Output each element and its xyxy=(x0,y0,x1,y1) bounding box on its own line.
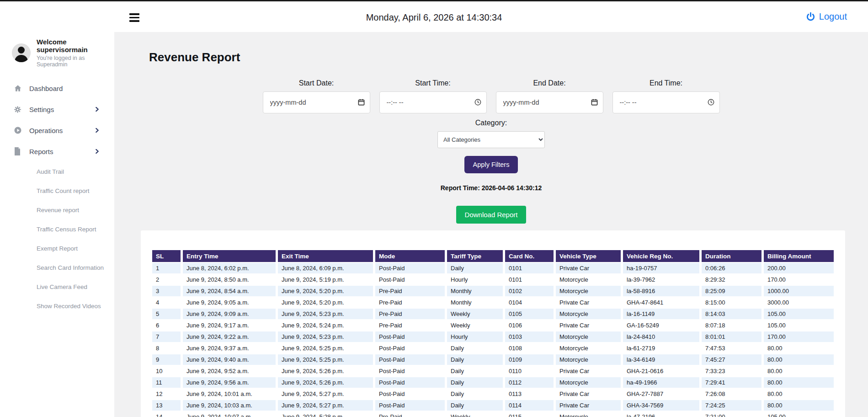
table-cell: 0105 xyxy=(505,309,554,319)
table-cell: Private Car xyxy=(556,297,621,308)
sidebar-subitem-live-camera-feed[interactable]: Live Camera Feed xyxy=(37,277,114,296)
table-row: 1June 8, 2024, 6:02 p.m.June 8, 2024, 6:… xyxy=(152,263,834,273)
table-cell: 0106 xyxy=(505,320,554,331)
table-cell: June 9, 2024, 9:56 a.m. xyxy=(183,377,276,388)
start-time-input[interactable] xyxy=(379,91,487,113)
chevron-right-icon xyxy=(95,149,100,154)
table-cell: 8:01:01 xyxy=(702,331,761,342)
revenue-table: SLEntry TimeExit TimeModeTariff TypeCard… xyxy=(150,249,836,417)
sidebar-item-label: Settings xyxy=(29,106,54,113)
sidebar-subitem-exempt-report[interactable]: Exempt Report xyxy=(37,239,114,258)
category-select[interactable]: All Categories xyxy=(437,131,545,148)
table-cell: 0109 xyxy=(505,354,554,365)
table-cell: 8 xyxy=(152,343,181,353)
table-cell: June 9, 2024, 5:19 p.m. xyxy=(278,274,373,285)
table-cell: 0103 xyxy=(505,331,554,342)
table-row: 2June 9, 2024, 8:50 a.m.June 9, 2024, 5:… xyxy=(152,274,834,285)
table-cell: Daily xyxy=(447,354,503,365)
table-cell: Post-Paid xyxy=(375,400,445,411)
sidebar-subitem-show-recorded-videos[interactable]: Show Recorded Videos xyxy=(37,296,114,315)
table-cell: June 8, 2024, 6:09 p.m. xyxy=(278,263,373,273)
table-cell: Motorcycle xyxy=(556,412,621,417)
table-cell: 80.00 xyxy=(764,366,834,376)
sidebar-subitem-traffic-census-report[interactable]: Traffic Census Report xyxy=(37,219,114,239)
table-cell: Motorcycle xyxy=(556,286,621,296)
table-cell: 10 xyxy=(152,366,181,376)
table-cell: June 9, 2024, 9:17 a.m. xyxy=(183,320,276,331)
table-cell: 0110 xyxy=(505,366,554,376)
sidebar-item-label: Operations xyxy=(29,127,63,134)
table-cell: 7:47:53 xyxy=(702,343,761,353)
sidebar-subitem-traffic-count-report[interactable]: Traffic Count report xyxy=(37,181,114,200)
table-cell: June 9, 2024, 9:40 a.m. xyxy=(183,354,276,365)
table-card: SLEntry TimeExit TimeModeTariff TypeCard… xyxy=(141,230,845,417)
table-cell: 105.00 xyxy=(764,320,834,331)
table-cell: June 9, 2024, 5:26 p.m. xyxy=(278,366,373,376)
table-row: 3June 9, 2024, 8:54 a.m.June 9, 2024, 5:… xyxy=(152,286,834,296)
column-header: Card No. xyxy=(505,250,554,262)
table-cell: Post-Paid xyxy=(375,354,445,365)
table-cell: June 9, 2024, 8:54 a.m. xyxy=(183,286,276,296)
sidebar-item-settings[interactable]: Settings xyxy=(0,99,114,120)
end-time-input[interactable] xyxy=(612,91,720,113)
table-cell: June 9, 2024, 5:20 p.m. xyxy=(278,286,373,296)
table-cell: Post-Paid xyxy=(375,331,445,342)
sidebar-subitem-audit-trail[interactable]: Audit Trail xyxy=(37,162,114,181)
table-cell: June 9, 2024, 5:26 p.m. xyxy=(278,377,373,388)
table-row: 5June 9, 2024, 9:09 a.m.June 9, 2024, 5:… xyxy=(152,309,834,319)
sidebar-item-label: Dashboard xyxy=(29,85,63,92)
column-header: Billing Amount xyxy=(764,250,834,262)
table-cell: 0101 xyxy=(505,274,554,285)
chevron-right-icon xyxy=(95,107,100,112)
table-cell: 0108 xyxy=(505,343,554,353)
table-cell: 11 xyxy=(152,377,181,388)
sidebar-item-reports[interactable]: Reports xyxy=(0,141,114,162)
table-cell: 7:33:23 xyxy=(702,366,761,376)
sidebar-subitem-search-card-information[interactable]: Search Card Information xyxy=(37,258,114,277)
play-circle-icon xyxy=(14,126,22,134)
table-cell: Post-Paid xyxy=(375,263,445,273)
table-cell: GHA-21-0616 xyxy=(623,366,699,376)
download-report-button[interactable]: Download Report xyxy=(456,206,527,224)
end-date-label: End Date: xyxy=(496,79,603,87)
table-cell: 0114 xyxy=(505,400,554,411)
logout-button[interactable]: Logout xyxy=(806,11,847,22)
start-date-input[interactable] xyxy=(263,91,370,113)
table-row: 4June 9, 2024, 9:05 a.m.June 9, 2024, 5:… xyxy=(152,297,834,308)
end-date-input[interactable] xyxy=(496,91,603,113)
table-row: 10June 9, 2024, 9:52 a.m.June 9, 2024, 5… xyxy=(152,366,834,376)
table-cell: 8:14:03 xyxy=(702,309,761,319)
category-block: Category: All Categories xyxy=(114,119,868,148)
gear-icon xyxy=(14,105,22,113)
sidebar-item-operations[interactable]: Operations xyxy=(0,120,114,141)
column-header: SL xyxy=(152,250,181,262)
apply-filters-button[interactable]: Apply Filters xyxy=(464,156,518,173)
power-icon xyxy=(806,12,815,21)
table-cell: 3000.00 xyxy=(764,297,834,308)
table-cell: 0112 xyxy=(505,377,554,388)
table-cell: la-24-8410 xyxy=(623,331,699,342)
table-cell: GHA-47-8641 xyxy=(623,297,699,308)
table-cell: 105.00 xyxy=(764,412,834,417)
table-cell: 0102 xyxy=(505,286,554,296)
table-cell: Pre-Paid xyxy=(375,297,445,308)
table-cell: Weekly xyxy=(447,309,503,319)
table-cell: Weekly xyxy=(447,320,503,331)
table-cell: 7:45:27 xyxy=(702,354,761,365)
table-cell: June 9, 2024, 5:27 p.m. xyxy=(278,389,373,399)
table-cell: Daily xyxy=(447,389,503,399)
report-time-text: Report Time: 2026-04-06 14:30:12 xyxy=(114,184,868,192)
sidebar-item-dashboard[interactable]: Dashboard xyxy=(0,78,114,99)
table-cell: 7:26:08 xyxy=(702,389,761,399)
table-cell: Pre-Paid xyxy=(375,309,445,319)
table-cell: la-61-2719 xyxy=(623,343,699,353)
table-cell: Daily xyxy=(447,400,503,411)
column-header: Mode xyxy=(375,250,445,262)
table-cell: 1000.00 xyxy=(764,286,834,296)
table-cell: 80.00 xyxy=(764,343,834,353)
table-cell: 80.00 xyxy=(764,400,834,411)
table-cell: 7:21:00 xyxy=(702,412,761,417)
sidebar-subitem-revenue-report[interactable]: Revenue report xyxy=(37,200,114,219)
document-icon xyxy=(14,147,22,155)
start-time-label: Start Time: xyxy=(379,79,487,87)
